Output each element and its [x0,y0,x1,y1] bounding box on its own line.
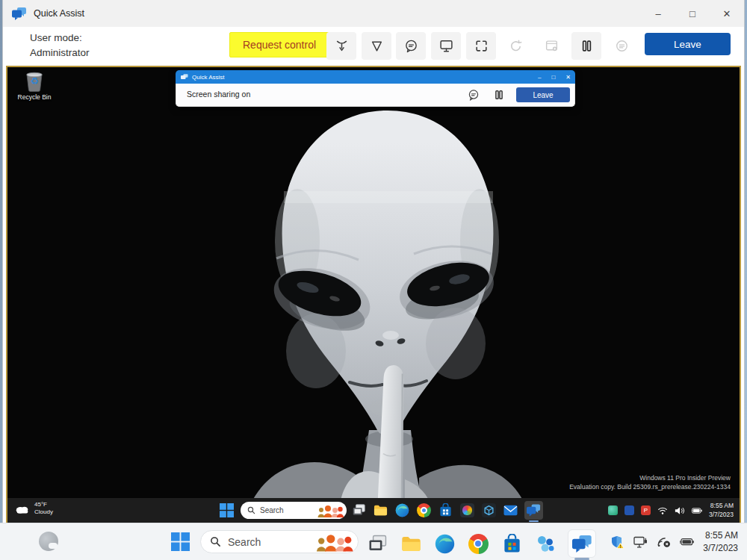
annotate-button[interactable] [362,32,391,60]
host-battery-charging-icon[interactable] [680,535,694,549]
leave-button[interactable]: Leave [645,33,731,55]
host-3d-builder-icon[interactable] [534,532,557,555]
remote-quick-assist-taskbar-icon[interactable] [524,501,543,520]
remote-search-box[interactable]: Search [241,502,347,519]
fullscreen-icon [474,39,489,53]
toolbar: User mode: Administrator Request control [3,27,744,66]
remote-qa-minimize-button[interactable]: – [538,74,541,81]
remote-edge-icon[interactable] [394,503,410,518]
shared-screen: ♻ Recycle Bin Quick Assist – □ ✕ [6,66,741,524]
watermark-line2: Evaluation copy. Build 25309.rs_prerelea… [569,482,731,492]
search-highlights-people-icon [314,532,353,553]
host-start-button[interactable] [171,532,190,551]
remote-qa-chat-icon[interactable] [468,89,480,101]
laser-pointer-icon [335,39,349,53]
remote-weather-widget[interactable]: 45°F Cloudy [14,501,53,517]
window-title: Quick Assist [34,8,84,19]
remote-wifi-icon[interactable] [657,506,668,515]
fullscreen-button[interactable] [466,32,496,60]
remote-search-placeholder: Search [260,506,317,514]
host-file-explorer-icon[interactable] [400,532,422,555]
task-manager-icon [545,39,559,53]
remote-qa-leave-button[interactable]: Leave [516,87,570,102]
host-time: 8:55 AM [703,529,738,541]
host-date: 3/7/2023 [703,542,738,554]
host-clock[interactable]: 8:55 AM 3/7/2023 [703,529,738,553]
recycle-bin-shortcut[interactable]: ♻ Recycle Bin [16,70,52,101]
quick-assist-window: Quick Assist – □ ✕ User mode: Administra… [3,0,744,523]
recycle-glyph: ♻ [25,75,44,87]
remote-tray-m-app-icon[interactable] [624,505,634,515]
remote-qa-maximize-button[interactable]: □ [551,74,555,81]
host-quick-assist-taskbar-icon[interactable] [568,529,596,558]
host-security-shield-icon[interactable] [610,535,624,549]
details-button[interactable] [607,32,636,60]
remote-desktop: ♻ Recycle Bin Quick Assist – □ ✕ [7,67,740,523]
monitor-button[interactable] [431,32,461,60]
restart-button[interactable] [500,32,530,60]
host-desktop-peek-icon[interactable] [366,532,388,555]
remote-tray-p-app-icon[interactable]: P [641,505,651,515]
chat-icon [404,39,418,53]
search-icon [247,506,255,514]
host-taskbar-icons [366,529,596,558]
remote-tray-shield-icon[interactable] [608,505,618,515]
maximize-button[interactable]: □ [675,0,710,27]
chat-button[interactable] [396,32,426,60]
remote-qa-pause-icon[interactable] [493,89,505,101]
host-chrome-icon[interactable] [467,532,489,555]
close-button[interactable]: ✕ [710,0,744,27]
host-weather-icon[interactable] [39,532,58,551]
remote-3d-viewer-icon[interactable] [481,503,497,518]
monitor-icon [439,39,453,53]
host-edge-icon[interactable] [433,532,456,555]
user-mode-value: Administrator [30,46,90,60]
quick-assist-app-icon [12,7,27,20]
laser-pointer-button[interactable] [326,32,356,60]
remote-desktop-peek-icon[interactable] [351,503,367,518]
remote-qa-app-icon [181,74,188,81]
remote-mail-icon[interactable] [503,503,518,518]
remote-start-button[interactable] [220,503,234,517]
windows-watermark: Windows 11 Pro Insider Preview Evaluatio… [569,473,731,493]
search-icon [210,536,221,547]
remote-taskbar: 45°F Cloudy Search [7,498,740,523]
remote-qa-window-controls: – □ ✕ [538,70,571,84]
titlebar: Quick Assist – □ ✕ [3,0,744,27]
remote-store-icon[interactable] [438,503,453,518]
search-highlights-people-icon [317,503,344,518]
remote-clock[interactable]: 8:55 AM 3/7/2023 [709,502,734,519]
alien-wallpaper-image [245,103,530,500]
remote-taskbar-icons [351,501,543,520]
remote-photos-icon[interactable] [459,503,475,518]
details-icon [615,39,629,53]
host-taskbar: Search [0,523,747,560]
screen-sharing-status: Screen sharing on [187,90,250,99]
user-mode: User mode: Administrator [30,31,90,60]
host-search-placeholder: Search [228,536,314,548]
remote-qa-title: Quick Assist [192,74,225,81]
remote-battery-icon[interactable] [692,506,702,515]
remote-qa-close-button[interactable]: ✕ [565,74,571,81]
pause-icon [580,39,594,53]
window-controls: – □ ✕ [641,0,744,27]
host-store-icon[interactable] [500,532,523,555]
host-network-disconnected-icon[interactable] [657,535,671,549]
host-search-box[interactable]: Search [200,530,359,553]
remote-weather-condition: Cloudy [34,508,53,516]
restart-icon [509,39,523,53]
remote-time: 8:55 AM [709,502,734,510]
task-manager-button[interactable] [536,32,566,60]
user-mode-label: User mode: [30,31,90,46]
recycle-bin-label: Recycle Bin [16,93,52,101]
minimize-button[interactable]: – [641,0,675,27]
host-display-cast-icon[interactable] [633,535,648,549]
remote-volume-icon[interactable] [675,506,685,515]
remote-quick-assist-window: Quick Assist – □ ✕ Screen sharing on [176,70,575,107]
pause-button[interactable] [571,32,601,60]
remote-chrome-icon[interactable] [416,503,432,518]
request-control-button[interactable]: Request control [229,32,329,57]
remote-date: 3/7/2023 [709,511,734,519]
remote-file-explorer-icon[interactable] [373,503,388,518]
remote-qa-titlebar: Quick Assist – □ ✕ [176,70,575,84]
